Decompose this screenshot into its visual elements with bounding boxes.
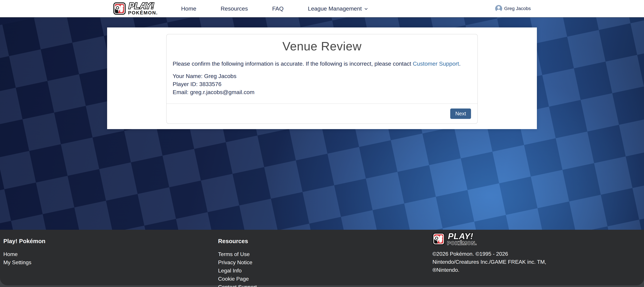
footer-play-pokemon-logo-text: PLAY! POKÉMON. [446, 232, 484, 246]
info-email-value: greg.r.jacobs@gmail.com [190, 89, 254, 95]
info-email-label: Email: [173, 89, 188, 95]
info-your-name-value: Greg Jacobs [204, 73, 236, 79]
intro-text-part: Please confirm the following information… [173, 60, 413, 67]
intro-text-period: . [459, 60, 460, 67]
info-player-id-value: 3833576 [199, 81, 222, 87]
chevron-down-icon [364, 6, 368, 11]
info-your-name: Your Name: Greg Jacobs [173, 72, 471, 80]
play-pokemon-logo[interactable]: PLAY! POKÉMON. [113, 1, 165, 16]
footer-links-resources: Terms of Use Privacy Notice Legal Info C… [218, 250, 432, 287]
panel-footer: Next [166, 103, 478, 123]
info-email: Email: greg.r.jacobs@gmail.com [173, 88, 471, 96]
venue-review-panel-body: Venue Review Please confirm the followin… [166, 34, 478, 103]
footer-link-privacy-notice[interactable]: Privacy Notice [218, 258, 252, 267]
svg-text:POKÉMON.: POKÉMON. [447, 240, 477, 246]
nav-item-resources[interactable]: Resources [220, 5, 248, 12]
nav-item-faq[interactable]: FAQ [272, 5, 284, 12]
svg-text:POKÉMON.: POKÉMON. [128, 10, 158, 15]
user-avatar-icon [495, 5, 502, 12]
footer-column-brand: PLAY! POKÉMON. ©2026 Pokémon. ©1995 - 20… [432, 232, 644, 285]
footer-play-pokemon-logo[interactable]: PLAY! POKÉMON. [432, 232, 644, 246]
navbar-container: PLAY! POKÉMON. Home Resources FAQ League… [107, 0, 537, 17]
copyright-text: ©2026 Pokémon. ©1995 - 2026 Nintendo/Cre… [432, 250, 550, 274]
nav-item-home[interactable]: Home [181, 5, 196, 12]
footer-link-legal-info[interactable]: Legal Info [218, 267, 242, 275]
footer-link-cookie-page[interactable]: Cookie Page [218, 275, 249, 283]
footer-links-play-pokemon: Home My Settings [3, 250, 218, 267]
intro-text: Please confirm the following information… [173, 60, 471, 67]
next-button[interactable]: Next [450, 108, 471, 119]
footer-column-play-pokemon: Play! Pokémon Home My Settings [3, 237, 218, 285]
svg-text:PLAY!: PLAY! [448, 232, 473, 241]
page-footer: Play! Pokémon Home My Settings Resources… [0, 230, 644, 285]
info-player-id-label: Player ID: [173, 81, 198, 87]
footer-link-contact-support[interactable]: Contact Support [218, 283, 257, 287]
footer-link-my-settings[interactable]: My Settings [3, 258, 31, 267]
player-info: Your Name: Greg Jacobs Player ID: 383357… [173, 72, 471, 96]
venue-review-panel: Venue Review Please confirm the followin… [166, 34, 478, 124]
user-menu[interactable]: Greg Jacobs [495, 5, 531, 12]
nav-item-league-management-label: League Management [308, 5, 362, 12]
play-pokemon-logo-icon [113, 2, 126, 15]
main-area: Venue Review Please confirm the followin… [0, 17, 644, 230]
user-name: Greg Jacobs [504, 6, 531, 11]
play-pokemon-logo-text: PLAY! POKÉMON. [128, 1, 165, 16]
nav-item-league-management[interactable]: League Management [308, 5, 368, 12]
footer-heading-play-pokemon: Play! Pokémon [3, 238, 218, 245]
content-card: Venue Review Please confirm the followin… [107, 27, 537, 129]
customer-support-link[interactable]: Customer Support [413, 60, 459, 67]
footer-link-home[interactable]: Home [3, 250, 18, 258]
footer-column-resources: Resources Terms of Use Privacy Notice Le… [218, 237, 432, 285]
footer-link-terms-of-use[interactable]: Terms of Use [218, 250, 250, 258]
footer-heading-resources: Resources [218, 238, 432, 245]
top-navbar: PLAY! POKÉMON. Home Resources FAQ League… [0, 0, 644, 17]
footer-play-pokemon-logo-icon [432, 233, 445, 245]
svg-text:PLAY!: PLAY! [129, 1, 154, 10]
page-title: Venue Review [173, 39, 471, 53]
nav-links: Home Resources FAQ League Management [181, 5, 368, 12]
info-player-id: Player ID: 3833576 [173, 80, 471, 88]
info-your-name-label: Your Name: [173, 73, 202, 79]
